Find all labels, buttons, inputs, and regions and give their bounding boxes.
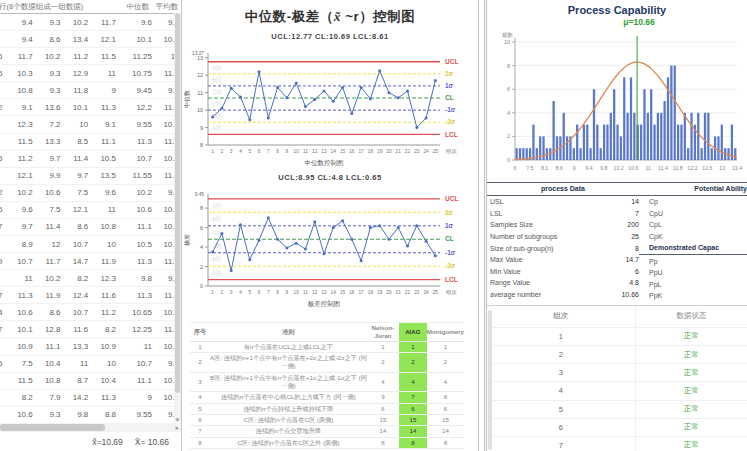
table-row[interactable]: 59.67.512.11110.610.0 bbox=[0, 202, 181, 219]
data-point[interactable] bbox=[239, 223, 242, 226]
data-point[interactable] bbox=[341, 219, 344, 222]
table-row[interactable]: 910.711.714.711.911.311.2 bbox=[0, 253, 181, 270]
vertical-scrollbar-thumb[interactable] bbox=[175, 13, 180, 393]
data-point[interactable] bbox=[220, 232, 223, 235]
table-row[interactable]: 210.210.67.59.610.29.9 bbox=[0, 185, 181, 202]
data-point[interactable] bbox=[332, 100, 335, 103]
status-row[interactable]: 1正常 bbox=[487, 328, 747, 346]
x-tick-label: 10.2 bbox=[614, 165, 624, 171]
data-point[interactable] bbox=[285, 96, 288, 99]
status-row[interactable]: 5正常 bbox=[487, 401, 747, 419]
table-row[interactable]: 29.113.610.111.312.211.8 bbox=[0, 99, 181, 116]
data-point[interactable] bbox=[323, 89, 326, 92]
data-point[interactable] bbox=[276, 238, 279, 241]
value-cell: 13.6 bbox=[33, 103, 61, 112]
data-point[interactable] bbox=[369, 97, 372, 100]
data-point[interactable] bbox=[387, 238, 390, 241]
data-point[interactable] bbox=[220, 107, 223, 110]
table-row[interactable]: 11.510.88.710.411.110.8 bbox=[0, 373, 181, 390]
process-data-row: Min Value6 bbox=[487, 266, 639, 278]
data-point[interactable] bbox=[360, 86, 363, 89]
data-point[interactable] bbox=[415, 126, 418, 129]
data-point[interactable] bbox=[350, 112, 353, 115]
table-row[interactable]: 11.513.38.511.111.311.1 bbox=[0, 134, 181, 151]
histogram-bar bbox=[707, 113, 709, 160]
data-point[interactable] bbox=[248, 118, 251, 121]
data-point[interactable] bbox=[258, 70, 261, 73]
data-point[interactable] bbox=[350, 238, 353, 241]
horizontal-scrollbar-thumb[interactable] bbox=[0, 424, 105, 431]
data-point[interactable] bbox=[332, 226, 335, 229]
data-point[interactable] bbox=[211, 250, 214, 253]
status-row[interactable]: 3正常 bbox=[487, 364, 747, 382]
value-cell: 10.7 bbox=[61, 240, 89, 249]
data-point[interactable] bbox=[387, 91, 390, 94]
table-row[interactable]: 9.49.310.211.79.69.7 bbox=[0, 14, 181, 31]
table-row[interactable]: 10.69.39.88.89.559.3 bbox=[0, 407, 181, 424]
data-point[interactable] bbox=[415, 224, 418, 227]
table-row[interactable]: 8.27.914.211.3910.0 bbox=[0, 390, 181, 407]
table-row[interactable]: 8.91210.71010.510.2 bbox=[0, 236, 181, 253]
data-point[interactable] bbox=[397, 226, 400, 229]
data-point[interactable] bbox=[276, 86, 279, 89]
data-point[interactable] bbox=[304, 105, 307, 108]
table-row[interactable]: 10.89.311.899.459.8 bbox=[0, 82, 181, 99]
data-point[interactable] bbox=[239, 95, 242, 98]
data-point[interactable] bbox=[406, 245, 409, 248]
status-row[interactable]: 2正常 bbox=[487, 346, 747, 364]
data-point[interactable] bbox=[313, 98, 316, 101]
table-row[interactable]: 12.19.99.713.511.5511.2 bbox=[0, 168, 181, 185]
table-row[interactable]: 511.29.711.410.510.710.6 bbox=[0, 151, 181, 168]
data-point[interactable] bbox=[434, 254, 437, 257]
data-point[interactable] bbox=[341, 86, 344, 89]
data-point[interactable] bbox=[313, 220, 316, 223]
horizontal-scrollbar[interactable]: ▸ bbox=[0, 423, 181, 432]
data-point[interactable] bbox=[425, 116, 428, 119]
data-point[interactable] bbox=[397, 96, 400, 99]
status-badge: 正常 bbox=[635, 328, 747, 345]
data-point[interactable] bbox=[248, 258, 251, 261]
data-point[interactable] bbox=[285, 247, 288, 250]
data-point[interactable] bbox=[369, 226, 372, 229]
table-row[interactable]: 79.711.48.610.811.110.7 bbox=[0, 219, 181, 236]
value-cell: 11.5 bbox=[5, 376, 33, 385]
data-point[interactable] bbox=[230, 269, 233, 272]
data-point[interactable] bbox=[378, 224, 381, 227]
data-point[interactable] bbox=[406, 89, 409, 92]
scroll-right-icon[interactable]: ▸ bbox=[175, 423, 179, 432]
data-point[interactable] bbox=[304, 248, 307, 251]
table-row[interactable]: 710.112.811.68.212.2511.8 bbox=[0, 321, 181, 338]
histogram-bar bbox=[516, 148, 518, 160]
x-tick-label: 10 bbox=[293, 290, 299, 295]
status-row[interactable]: 6正常 bbox=[487, 419, 747, 437]
data-point[interactable] bbox=[434, 79, 437, 82]
status-row[interactable]: 4正常 bbox=[487, 382, 747, 400]
data-point[interactable] bbox=[211, 116, 214, 119]
table-row[interactable]: 9.48.613.412.110.110.3 bbox=[0, 31, 181, 48]
data-point[interactable] bbox=[267, 216, 270, 219]
table-row[interactable]: 511.710.211.211.511.2511 bbox=[0, 48, 181, 65]
data-point[interactable] bbox=[295, 242, 298, 245]
value-cell: 9 bbox=[88, 86, 116, 95]
table-row[interactable]: 12.37.2109.19.5510.3 bbox=[0, 116, 181, 133]
y-max-label: 9.45 bbox=[195, 192, 205, 197]
y-tick-label: 10 bbox=[504, 39, 510, 45]
table-row[interactable]: 711.311.912.411.611.311.2 bbox=[0, 287, 181, 304]
rules-row: 5连续的n个点持续上升或持续下降666 bbox=[190, 403, 464, 414]
data-point[interactable] bbox=[323, 252, 326, 255]
data-point[interactable] bbox=[360, 259, 363, 262]
data-point[interactable] bbox=[230, 87, 233, 90]
status-scrollbar-thumb[interactable] bbox=[488, 310, 492, 450]
data-point[interactable] bbox=[425, 240, 428, 243]
data-point[interactable] bbox=[267, 116, 270, 119]
table-row[interactable]: 510.39.312.91110.7511.0 bbox=[0, 65, 181, 82]
status-row[interactable]: 7正常 bbox=[487, 437, 747, 451]
data-point[interactable] bbox=[378, 69, 381, 72]
data-point[interactable] bbox=[258, 239, 261, 242]
table-row[interactable]: 57.510.4111010.79.9 bbox=[0, 356, 181, 373]
data-point[interactable] bbox=[295, 82, 298, 85]
table-row[interactable]: 1110.28.212.39.89.8 bbox=[0, 270, 181, 287]
table-row[interactable]: 10.911.113.310.91110.8 bbox=[0, 338, 181, 355]
table-row[interactable]: 410.68.610.711.210.6510.7 bbox=[0, 304, 181, 321]
vertical-scrollbar[interactable]: ▼ bbox=[174, 13, 181, 422]
